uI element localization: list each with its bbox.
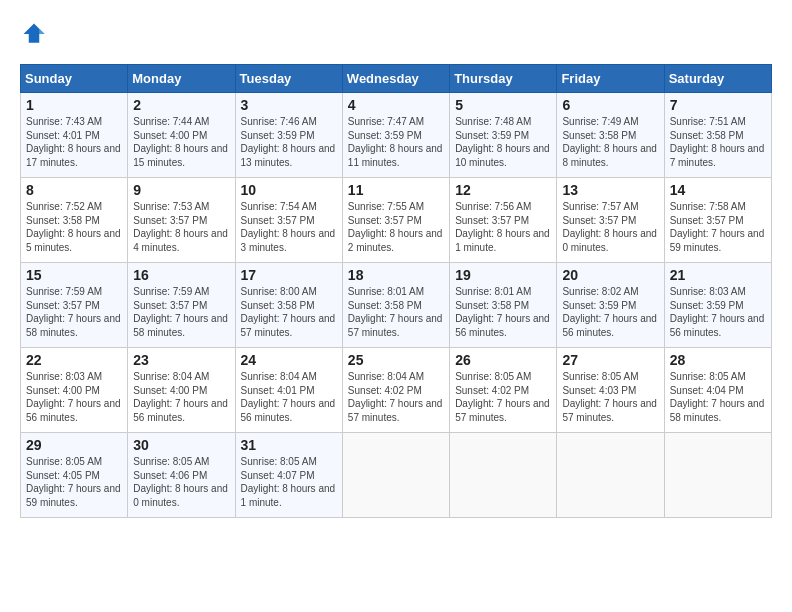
page-header: [20, 20, 772, 48]
day-info: Sunrise: 7:49 AM Sunset: 3:58 PM Dayligh…: [562, 115, 658, 169]
calendar-day-cell: 20Sunrise: 8:02 AM Sunset: 3:59 PM Dayli…: [557, 263, 664, 348]
day-number: 24: [241, 352, 337, 368]
day-info: Sunrise: 7:59 AM Sunset: 3:57 PM Dayligh…: [133, 285, 229, 339]
day-info: Sunrise: 7:54 AM Sunset: 3:57 PM Dayligh…: [241, 200, 337, 254]
calendar-week-row: 1Sunrise: 7:43 AM Sunset: 4:01 PM Daylig…: [21, 93, 772, 178]
day-info: Sunrise: 8:05 AM Sunset: 4:07 PM Dayligh…: [241, 455, 337, 509]
day-number: 31: [241, 437, 337, 453]
day-info: Sunrise: 8:02 AM Sunset: 3:59 PM Dayligh…: [562, 285, 658, 339]
calendar-day-cell: 10Sunrise: 7:54 AM Sunset: 3:57 PM Dayli…: [235, 178, 342, 263]
day-info: Sunrise: 8:04 AM Sunset: 4:00 PM Dayligh…: [133, 370, 229, 424]
day-number: 22: [26, 352, 122, 368]
day-of-week-header: Saturday: [664, 65, 771, 93]
day-number: 3: [241, 97, 337, 113]
day-number: 4: [348, 97, 444, 113]
calendar-day-cell: 22Sunrise: 8:03 AM Sunset: 4:00 PM Dayli…: [21, 348, 128, 433]
calendar-week-row: 29Sunrise: 8:05 AM Sunset: 4:05 PM Dayli…: [21, 433, 772, 518]
day-number: 20: [562, 267, 658, 283]
day-number: 1: [26, 97, 122, 113]
day-info: Sunrise: 7:47 AM Sunset: 3:59 PM Dayligh…: [348, 115, 444, 169]
calendar-day-cell: 4Sunrise: 7:47 AM Sunset: 3:59 PM Daylig…: [342, 93, 449, 178]
day-number: 8: [26, 182, 122, 198]
day-info: Sunrise: 8:04 AM Sunset: 4:01 PM Dayligh…: [241, 370, 337, 424]
calendar-table: SundayMondayTuesdayWednesdayThursdayFrid…: [20, 64, 772, 518]
calendar-day-cell: 19Sunrise: 8:01 AM Sunset: 3:58 PM Dayli…: [450, 263, 557, 348]
calendar-day-cell: [450, 433, 557, 518]
day-info: Sunrise: 7:55 AM Sunset: 3:57 PM Dayligh…: [348, 200, 444, 254]
day-number: 2: [133, 97, 229, 113]
calendar-day-cell: 28Sunrise: 8:05 AM Sunset: 4:04 PM Dayli…: [664, 348, 771, 433]
day-of-week-header: Tuesday: [235, 65, 342, 93]
day-info: Sunrise: 7:56 AM Sunset: 3:57 PM Dayligh…: [455, 200, 551, 254]
calendar-day-cell: 1Sunrise: 7:43 AM Sunset: 4:01 PM Daylig…: [21, 93, 128, 178]
calendar-day-cell: 7Sunrise: 7:51 AM Sunset: 3:58 PM Daylig…: [664, 93, 771, 178]
calendar-day-cell: 29Sunrise: 8:05 AM Sunset: 4:05 PM Dayli…: [21, 433, 128, 518]
calendar-week-row: 15Sunrise: 7:59 AM Sunset: 3:57 PM Dayli…: [21, 263, 772, 348]
day-number: 21: [670, 267, 766, 283]
day-info: Sunrise: 7:59 AM Sunset: 3:57 PM Dayligh…: [26, 285, 122, 339]
day-number: 17: [241, 267, 337, 283]
day-info: Sunrise: 7:53 AM Sunset: 3:57 PM Dayligh…: [133, 200, 229, 254]
calendar-day-cell: [664, 433, 771, 518]
day-number: 23: [133, 352, 229, 368]
day-info: Sunrise: 8:03 AM Sunset: 3:59 PM Dayligh…: [670, 285, 766, 339]
day-info: Sunrise: 7:57 AM Sunset: 3:57 PM Dayligh…: [562, 200, 658, 254]
day-number: 7: [670, 97, 766, 113]
day-number: 27: [562, 352, 658, 368]
calendar-day-cell: 8Sunrise: 7:52 AM Sunset: 3:58 PM Daylig…: [21, 178, 128, 263]
day-number: 12: [455, 182, 551, 198]
day-info: Sunrise: 8:05 AM Sunset: 4:06 PM Dayligh…: [133, 455, 229, 509]
day-of-week-header: Friday: [557, 65, 664, 93]
svg-marker-1: [39, 29, 44, 34]
day-info: Sunrise: 8:01 AM Sunset: 3:58 PM Dayligh…: [455, 285, 551, 339]
calendar-day-cell: 12Sunrise: 7:56 AM Sunset: 3:57 PM Dayli…: [450, 178, 557, 263]
day-info: Sunrise: 7:46 AM Sunset: 3:59 PM Dayligh…: [241, 115, 337, 169]
day-number: 9: [133, 182, 229, 198]
day-of-week-header: Thursday: [450, 65, 557, 93]
calendar-day-cell: 2Sunrise: 7:44 AM Sunset: 4:00 PM Daylig…: [128, 93, 235, 178]
day-number: 15: [26, 267, 122, 283]
day-info: Sunrise: 7:48 AM Sunset: 3:59 PM Dayligh…: [455, 115, 551, 169]
day-info: Sunrise: 8:00 AM Sunset: 3:58 PM Dayligh…: [241, 285, 337, 339]
calendar-header-row: SundayMondayTuesdayWednesdayThursdayFrid…: [21, 65, 772, 93]
calendar-week-row: 8Sunrise: 7:52 AM Sunset: 3:58 PM Daylig…: [21, 178, 772, 263]
day-number: 29: [26, 437, 122, 453]
day-number: 26: [455, 352, 551, 368]
calendar-day-cell: 26Sunrise: 8:05 AM Sunset: 4:02 PM Dayli…: [450, 348, 557, 433]
logo: [20, 20, 52, 48]
day-info: Sunrise: 8:05 AM Sunset: 4:03 PM Dayligh…: [562, 370, 658, 424]
logo-icon: [20, 20, 48, 48]
calendar-day-cell: 27Sunrise: 8:05 AM Sunset: 4:03 PM Dayli…: [557, 348, 664, 433]
day-info: Sunrise: 7:58 AM Sunset: 3:57 PM Dayligh…: [670, 200, 766, 254]
calendar-day-cell: 3Sunrise: 7:46 AM Sunset: 3:59 PM Daylig…: [235, 93, 342, 178]
day-number: 14: [670, 182, 766, 198]
day-info: Sunrise: 8:01 AM Sunset: 3:58 PM Dayligh…: [348, 285, 444, 339]
calendar-day-cell: 16Sunrise: 7:59 AM Sunset: 3:57 PM Dayli…: [128, 263, 235, 348]
day-info: Sunrise: 8:04 AM Sunset: 4:02 PM Dayligh…: [348, 370, 444, 424]
day-info: Sunrise: 7:43 AM Sunset: 4:01 PM Dayligh…: [26, 115, 122, 169]
calendar-day-cell: 9Sunrise: 7:53 AM Sunset: 3:57 PM Daylig…: [128, 178, 235, 263]
day-number: 25: [348, 352, 444, 368]
day-info: Sunrise: 7:51 AM Sunset: 3:58 PM Dayligh…: [670, 115, 766, 169]
day-of-week-header: Sunday: [21, 65, 128, 93]
day-number: 18: [348, 267, 444, 283]
calendar-day-cell: 11Sunrise: 7:55 AM Sunset: 3:57 PM Dayli…: [342, 178, 449, 263]
calendar-day-cell: [342, 433, 449, 518]
day-number: 10: [241, 182, 337, 198]
calendar-day-cell: 25Sunrise: 8:04 AM Sunset: 4:02 PM Dayli…: [342, 348, 449, 433]
day-info: Sunrise: 8:05 AM Sunset: 4:05 PM Dayligh…: [26, 455, 122, 509]
day-number: 28: [670, 352, 766, 368]
calendar-day-cell: 5Sunrise: 7:48 AM Sunset: 3:59 PM Daylig…: [450, 93, 557, 178]
day-of-week-header: Wednesday: [342, 65, 449, 93]
calendar-week-row: 22Sunrise: 8:03 AM Sunset: 4:00 PM Dayli…: [21, 348, 772, 433]
calendar-day-cell: 24Sunrise: 8:04 AM Sunset: 4:01 PM Dayli…: [235, 348, 342, 433]
calendar-day-cell: 6Sunrise: 7:49 AM Sunset: 3:58 PM Daylig…: [557, 93, 664, 178]
day-number: 30: [133, 437, 229, 453]
calendar-day-cell: 17Sunrise: 8:00 AM Sunset: 3:58 PM Dayli…: [235, 263, 342, 348]
calendar-day-cell: 21Sunrise: 8:03 AM Sunset: 3:59 PM Dayli…: [664, 263, 771, 348]
day-info: Sunrise: 7:52 AM Sunset: 3:58 PM Dayligh…: [26, 200, 122, 254]
day-number: 16: [133, 267, 229, 283]
calendar-day-cell: 15Sunrise: 7:59 AM Sunset: 3:57 PM Dayli…: [21, 263, 128, 348]
day-number: 6: [562, 97, 658, 113]
day-number: 5: [455, 97, 551, 113]
